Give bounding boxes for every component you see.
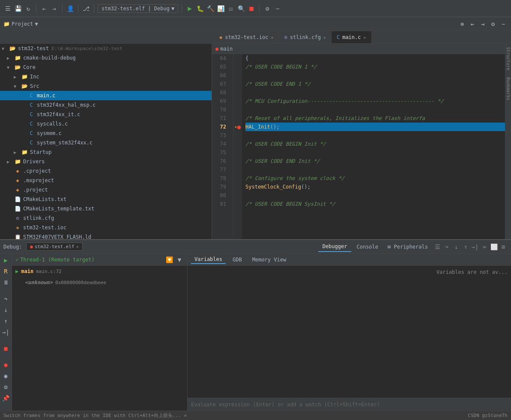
- user-icon[interactable]: 👤: [66, 4, 75, 13]
- tab-close-cfg[interactable]: ✕: [323, 35, 326, 40]
- profile-icon[interactable]: 📊: [216, 4, 225, 13]
- arrow-src: ▼: [14, 84, 21, 89]
- hide-icon[interactable]: −: [499, 20, 508, 28]
- filter-icon[interactable]: 🔽: [165, 255, 173, 264]
- back-icon[interactable]: ←: [40, 4, 48, 13]
- tree-item-startup[interactable]: ▶ 📁 Startup: [0, 147, 212, 157]
- thread-options-icon[interactable]: ▼: [175, 255, 184, 264]
- tree-item-cmakelists[interactable]: 📄 CMakeLists.txt: [0, 195, 212, 204]
- menu-icon[interactable]: ☰: [3, 4, 12, 13]
- collapse-icon[interactable]: ⇤: [468, 20, 477, 28]
- side-tab-bookmarks[interactable]: Bookmarks: [506, 74, 511, 104]
- pin-btn[interactable]: 📌: [1, 393, 11, 403]
- tree-item-stm32-ioc[interactable]: ◈ stm32-test.ioc: [0, 223, 212, 232]
- project-panel-toggle[interactable]: 📁 Project ▼: [3, 21, 38, 27]
- mute-breakpoints-btn[interactable]: ◉: [1, 371, 11, 381]
- eval-bar[interactable]: Evaluate expression (Enter) or add a wat…: [188, 398, 511, 411]
- arrow-inc: ▶: [14, 75, 21, 79]
- breakpoint-indicator: ●: [237, 123, 241, 130]
- tree-item-hal-msp[interactable]: C stm32f4xx_hal_msp.c: [0, 100, 212, 110]
- file-c-icon-system: C: [27, 139, 35, 147]
- step-over-btn[interactable]: ↷: [1, 294, 11, 303]
- frame-main[interactable]: ▶ main main.c:72: [12, 266, 187, 277]
- tab-stlink-cfg[interactable]: ⚙ stlink.cfg ✕: [279, 31, 332, 43]
- tree-item-sysmem[interactable]: C sysmem.c: [0, 129, 212, 138]
- debug-tab-console[interactable]: Console: [352, 242, 383, 252]
- tree-item-src[interactable]: ▼ 📂 Src: [0, 81, 212, 91]
- expand-icon[interactable]: ⇥: [478, 20, 487, 28]
- build-icon[interactable]: 🔨: [206, 4, 215, 13]
- tree-item-stlink-cfg[interactable]: ⚙ stlink.cfg: [0, 213, 212, 223]
- debug-file-tab[interactable]: ● stm32-test.elf ✕: [26, 243, 82, 251]
- run-configuration[interactable]: stm32-test.elf | Debug ▼: [98, 4, 178, 13]
- step-into-btn[interactable]: ↓: [1, 305, 11, 315]
- tree-item-stm32-it[interactable]: C stm32f4xx_it.c: [0, 110, 212, 119]
- stop-button[interactable]: ■: [247, 4, 256, 13]
- debug-tab-debugger[interactable]: Debugger: [318, 242, 352, 252]
- bottom-area: Debug: ● stm32-test.elf ✕ Debugger Conso…: [0, 239, 511, 411]
- code-scroll[interactable]: 64 65 66 67 68 69 70 71 72 73 74 75 76 7…: [212, 54, 505, 239]
- locate-icon[interactable]: ⊕: [458, 20, 466, 28]
- arrow-system-stm32: [21, 141, 27, 145]
- frame-fn-main: main: [21, 268, 33, 274]
- separator-1: [36, 4, 36, 13]
- gear-icon[interactable]: ⚙: [489, 20, 497, 28]
- tree-item-mxproject[interactable]: ◆ .mxproject: [0, 176, 212, 185]
- tree-item-core[interactable]: ▼ 📂 Core: [0, 63, 212, 72]
- tree-item-flash-ld[interactable]: 📋 STM32F407VETX_FLASH.ld: [0, 232, 212, 239]
- side-tab-structure[interactable]: Structure: [506, 44, 511, 74]
- coverage-icon[interactable]: ☑: [227, 4, 235, 13]
- tab-label-ioc: stm32-test.ioc: [225, 34, 268, 40]
- code-content[interactable]: { /* USER CODE BEGIN 1 */ /* USER CODE E…: [242, 54, 505, 239]
- save-all-icon[interactable]: 💾: [14, 4, 22, 13]
- tab-close-ioc[interactable]: ✕: [271, 35, 273, 40]
- restart-btn[interactable]: R: [1, 267, 11, 276]
- tab-icon-ioc: ◆: [219, 34, 222, 40]
- breakpoints-btn[interactable]: ●: [1, 360, 11, 369]
- vars-tab-memory[interactable]: Memory View: [249, 256, 290, 264]
- debug-step-over-icon[interactable]: ↷: [442, 243, 451, 251]
- tab-close-main[interactable]: ✕: [364, 35, 366, 40]
- resume-btn[interactable]: ▶: [1, 255, 11, 265]
- sync-icon[interactable]: ↻: [24, 4, 33, 13]
- debug-step-into-icon[interactable]: ↓: [452, 243, 460, 251]
- tree-item-inc[interactable]: ▶ 📁 Inc: [0, 72, 212, 81]
- run-button[interactable]: ▶: [185, 4, 194, 13]
- run-cursor-btn[interactable]: →|: [1, 327, 11, 337]
- tree-item-project[interactable]: ◆ .project: [0, 185, 212, 195]
- debug-options-icon[interactable]: ☰: [433, 243, 442, 251]
- tree-item-cmake-debug[interactable]: ▶ 📁 cmake-build-debug: [0, 53, 212, 63]
- tree-item-drivers[interactable]: ▶ 📁 Drivers: [0, 157, 212, 166]
- vcs-icon[interactable]: ⎇: [82, 4, 90, 13]
- settings-icon[interactable]: ⚙: [263, 4, 272, 13]
- tree-item-root[interactable]: ▼ 📂 stm32-test E:\W-Workspace\stm32-test: [0, 44, 212, 53]
- forward-icon[interactable]: →: [50, 4, 59, 13]
- debug-memory-view-icon[interactable]: ⬜: [490, 243, 498, 251]
- vars-tab-gdb[interactable]: GDB: [229, 256, 245, 264]
- tab-main-c[interactable]: C main.c ✕: [332, 31, 372, 43]
- debug-tab-peripherals[interactable]: ⊞ Peripherals: [383, 242, 432, 252]
- tab-stm32-test-ioc[interactable]: ◆ stm32-test.ioc ✕: [214, 31, 279, 43]
- debug-evaluate-icon[interactable]: ≈: [480, 243, 489, 251]
- step-out-btn[interactable]: ↑: [1, 316, 11, 326]
- arrow-stlink: [7, 216, 14, 221]
- debug-tab-close[interactable]: ✕: [76, 244, 79, 249]
- pause-btn[interactable]: ⏸: [1, 278, 11, 287]
- minimize-icon[interactable]: −: [273, 4, 282, 13]
- debug-button[interactable]: 🐛: [196, 4, 204, 13]
- settings-debug-btn[interactable]: ⚙: [1, 382, 11, 392]
- tree-item-main-c[interactable]: C main.c: [0, 91, 212, 100]
- analyze-icon[interactable]: 🔍: [237, 4, 245, 13]
- vars-tab-variables[interactable]: Variables: [191, 255, 226, 264]
- frame-unknown[interactable]: <unknown> 0x00000000deadbeee: [12, 277, 187, 288]
- tree-label-system-stm32: system_stm32f4xx.c: [37, 140, 93, 146]
- debug-layout-icon[interactable]: ⊞: [499, 243, 508, 251]
- tree-item-cproject[interactable]: ◆ .cproject: [0, 166, 212, 176]
- tree-item-system-stm32[interactable]: C system_stm32f4xx.c: [0, 138, 212, 147]
- ln-77: 77: [212, 165, 230, 174]
- debug-step-out-icon[interactable]: ↑: [461, 243, 470, 251]
- tree-item-cmakelists-template[interactable]: 📄 CMakeLists_template.txt: [0, 204, 212, 213]
- tree-item-syscalls[interactable]: C syscalls.c: [0, 119, 212, 129]
- stop-debug-btn[interactable]: ■: [1, 344, 11, 353]
- debug-run-to-cursor-icon[interactable]: →|: [471, 243, 479, 251]
